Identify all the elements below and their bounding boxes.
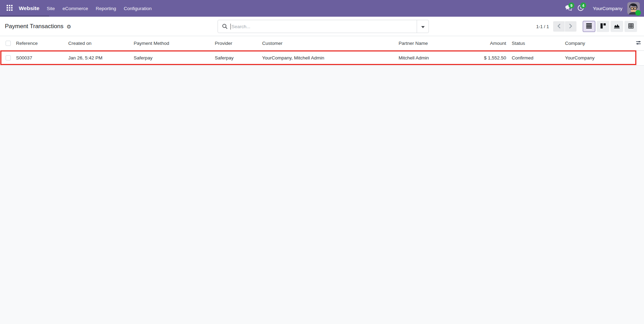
sliders-icon	[636, 40, 641, 47]
cell-status[interactable]: Confirmed	[509, 50, 562, 65]
search-options-toggle[interactable]	[417, 20, 429, 33]
cell-partner-name[interactable]: Mitchell Admin	[396, 50, 470, 65]
list-view-icon	[586, 23, 592, 30]
app-menus: Site eCommerce Reporting Configuration	[43, 0, 156, 17]
cell-reference[interactable]: S00037	[13, 50, 65, 65]
cell-payment-method[interactable]: Saferpay	[131, 50, 212, 65]
menu-ecommerce[interactable]: eCommerce	[58, 0, 92, 17]
graph-view-icon	[614, 24, 620, 30]
pager-previous-button[interactable]	[553, 21, 565, 32]
pager-value[interactable]: 1-1 / 1	[536, 24, 549, 29]
optional-columns-button[interactable]	[636, 40, 641, 47]
control-panel: Payment Transactions ⚙ 1-1 / 1	[0, 17, 644, 36]
column-header-payment-method[interactable]: Payment Method	[131, 36, 212, 50]
pivot-view-icon	[628, 23, 634, 30]
user-menu-button[interactable]	[627, 2, 640, 15]
search-bar	[218, 20, 429, 33]
cell-amount[interactable]: $ 1,552.50	[470, 50, 509, 65]
chevron-down-icon	[421, 24, 425, 29]
app-name[interactable]: Website	[19, 5, 39, 11]
cell-provider[interactable]: Saferpay	[212, 50, 259, 65]
column-header-provider[interactable]: Provider	[212, 36, 259, 50]
activities-badge: 4	[580, 2, 586, 8]
systray: 9 4 YourCompany	[563, 0, 641, 17]
column-header-partner-name[interactable]: Partner Name	[396, 36, 470, 50]
pager-next-button[interactable]	[565, 21, 576, 32]
top-navbar: Website Site eCommerce Reporting Configu…	[0, 0, 644, 17]
column-header-reference[interactable]: Reference	[13, 36, 65, 50]
page-title: Payment Transactions	[5, 23, 63, 30]
select-all-checkbox[interactable]	[6, 41, 11, 46]
table-header-row: Reference Created on Payment Method Prov…	[0, 36, 644, 50]
view-switcher	[581, 21, 637, 32]
search-icon	[218, 24, 230, 29]
menu-reporting[interactable]: Reporting	[92, 0, 120, 17]
column-header-status[interactable]: Status	[509, 36, 562, 50]
pivot-view-button[interactable]	[625, 21, 637, 32]
column-header-customer[interactable]: Customer	[259, 36, 396, 50]
company-switcher[interactable]: YourCompany	[587, 6, 627, 11]
column-header-amount[interactable]: Amount	[470, 36, 509, 50]
apps-grid-icon	[7, 5, 13, 12]
chevron-right-icon	[569, 24, 572, 30]
messages-badge: 9	[568, 2, 574, 8]
payment-transactions-list: Reference Created on Payment Method Prov…	[0, 36, 644, 66]
apps-menu-button[interactable]	[3, 0, 16, 17]
column-header-company[interactable]: Company	[562, 36, 634, 50]
online-status-dot	[635, 10, 641, 16]
table-row[interactable]: S00037 Jan 26, 5:42 PM Saferpay Saferpay…	[0, 50, 644, 65]
cell-created-on[interactable]: Jan 26, 5:42 PM	[65, 50, 131, 65]
messages-button[interactable]: 9	[563, 0, 575, 17]
activities-button[interactable]: 4	[575, 0, 587, 17]
view-switch-list[interactable]	[583, 21, 595, 32]
graph-view-button[interactable]	[611, 21, 623, 32]
cell-customer[interactable]: YourCompany, Mitchell Admin	[259, 50, 396, 65]
chevron-left-icon	[557, 24, 560, 30]
action-gear-button[interactable]: ⚙	[66, 24, 71, 29]
column-header-created-on[interactable]: Created on	[65, 36, 131, 50]
cell-company[interactable]: YourCompany	[562, 50, 634, 65]
search-input[interactable]	[231, 20, 417, 33]
menu-configuration[interactable]: Configuration	[120, 0, 156, 17]
menu-site[interactable]: Site	[43, 0, 58, 17]
gear-icon: ⚙	[66, 24, 71, 30]
view-switch-kanban[interactable]	[597, 21, 609, 32]
row-checkbox[interactable]	[6, 55, 11, 60]
records-table: Reference Created on Payment Method Prov…	[0, 36, 644, 66]
odoo-app: Website Site eCommerce Reporting Configu…	[0, 0, 644, 324]
kanban-view-icon	[600, 23, 606, 30]
